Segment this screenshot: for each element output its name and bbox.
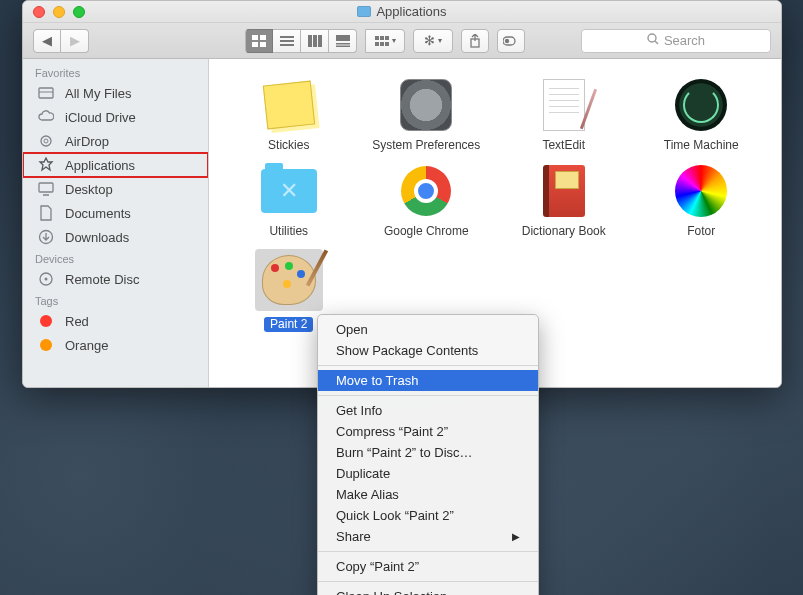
view-list-button[interactable] bbox=[273, 29, 301, 53]
menu-item-label: Quick Look “Paint 2” bbox=[336, 508, 454, 523]
view-icons-button[interactable] bbox=[245, 29, 273, 53]
svg-point-21 bbox=[505, 38, 509, 42]
sidebar-item-applications[interactable]: Applications bbox=[23, 153, 208, 177]
icloud-icon bbox=[37, 109, 55, 125]
menu-item-open[interactable]: Open bbox=[318, 319, 538, 340]
sidebar-section-header: Tags bbox=[23, 291, 208, 309]
sidebar-item-desktop[interactable]: Desktop bbox=[23, 177, 208, 201]
search-field[interactable]: Search bbox=[581, 29, 771, 53]
view-columns-button[interactable] bbox=[301, 29, 329, 53]
sidebar-item-downloads[interactable]: Downloads bbox=[23, 225, 208, 249]
icon-grid: StickiesSystem PreferencesTextEditTime M… bbox=[209, 59, 781, 340]
view-coverflow-button[interactable] bbox=[329, 29, 357, 53]
tags-button[interactable] bbox=[497, 29, 525, 53]
svg-rect-1 bbox=[260, 35, 266, 40]
svg-rect-24 bbox=[39, 88, 53, 98]
svg-rect-11 bbox=[336, 43, 350, 45]
menu-separator bbox=[318, 395, 538, 396]
sidebar-item-red[interactable]: Red bbox=[23, 309, 208, 333]
app-label: Utilities bbox=[269, 225, 308, 239]
svg-rect-3 bbox=[260, 42, 266, 47]
sidebar-item-remote-disc[interactable]: Remote Disc bbox=[23, 267, 208, 291]
app-google-chrome[interactable]: Google Chrome bbox=[361, 163, 493, 239]
menu-item-copy-paint-2[interactable]: Copy “Paint 2” bbox=[318, 556, 538, 577]
menu-item-duplicate[interactable]: Duplicate bbox=[318, 463, 538, 484]
back-button[interactable]: ◀ bbox=[33, 29, 61, 53]
svg-point-32 bbox=[45, 278, 48, 281]
all-my-files-icon bbox=[37, 85, 55, 101]
timemachine-icon bbox=[673, 77, 729, 133]
menu-item-label: Clean Up Selection bbox=[336, 589, 447, 595]
menu-item-clean-up-selection[interactable]: Clean Up Selection bbox=[318, 586, 538, 595]
sidebar-item-all-my-files[interactable]: All My Files bbox=[23, 81, 208, 105]
sidebar-item-label: Remote Disc bbox=[65, 272, 139, 287]
sidebar-item-orange[interactable]: Orange bbox=[23, 333, 208, 357]
menu-item-label: Move to Trash bbox=[336, 373, 418, 388]
menu-item-make-alias[interactable]: Make Alias bbox=[318, 484, 538, 505]
svg-rect-28 bbox=[39, 183, 53, 192]
svg-rect-15 bbox=[385, 36, 389, 40]
menu-item-quick-look-paint-2[interactable]: Quick Look “Paint 2” bbox=[318, 505, 538, 526]
svg-rect-18 bbox=[385, 42, 389, 46]
svg-rect-2 bbox=[252, 42, 258, 47]
menu-item-share[interactable]: Share▶ bbox=[318, 526, 538, 547]
arrange-button[interactable]: ▾ bbox=[365, 29, 405, 53]
sidebar-item-icloud-drive[interactable]: iCloud Drive bbox=[23, 105, 208, 129]
menu-item-label: Share bbox=[336, 529, 371, 544]
view-mode-segmented bbox=[245, 29, 357, 53]
app-label: Paint 2 bbox=[264, 317, 313, 333]
action-button[interactable]: ✻▾ bbox=[413, 29, 453, 53]
tag-icon bbox=[37, 313, 55, 329]
share-button[interactable] bbox=[461, 29, 489, 53]
app-label: Dictionary Book bbox=[522, 225, 606, 239]
app-stickies[interactable]: Stickies bbox=[223, 77, 355, 153]
sidebar-section-header: Favorites bbox=[23, 63, 208, 81]
svg-line-23 bbox=[655, 41, 658, 44]
menu-separator bbox=[318, 581, 538, 582]
menu-item-label: Copy “Paint 2” bbox=[336, 559, 419, 574]
titlebar[interactable]: Applications bbox=[23, 1, 781, 23]
svg-point-27 bbox=[44, 139, 48, 143]
app-dictionary-book[interactable]: Dictionary Book bbox=[498, 163, 630, 239]
app-label: Time Machine bbox=[664, 139, 739, 153]
svg-rect-13 bbox=[375, 36, 379, 40]
app-textedit[interactable]: TextEdit bbox=[498, 77, 630, 153]
app-label: System Preferences bbox=[372, 139, 480, 153]
svg-rect-8 bbox=[313, 35, 317, 47]
textedit-icon bbox=[536, 77, 592, 133]
menu-item-show-package-contents[interactable]: Show Package Contents bbox=[318, 340, 538, 361]
forward-button[interactable]: ▶ bbox=[61, 29, 89, 53]
app-utilities[interactable]: Utilities bbox=[223, 163, 355, 239]
airdrop-icon bbox=[37, 133, 55, 149]
app-time-machine[interactable]: Time Machine bbox=[636, 77, 768, 153]
window-title: Applications bbox=[23, 4, 781, 19]
svg-rect-12 bbox=[336, 45, 350, 47]
app-label: Google Chrome bbox=[384, 225, 469, 239]
sidebar: FavoritesAll My FilesiCloud DriveAirDrop… bbox=[23, 59, 209, 387]
menu-item-compress-paint-2[interactable]: Compress “Paint 2” bbox=[318, 421, 538, 442]
sidebar-item-airdrop[interactable]: AirDrop bbox=[23, 129, 208, 153]
sidebar-item-label: Desktop bbox=[65, 182, 113, 197]
menu-item-label: Show Package Contents bbox=[336, 343, 478, 358]
sidebar-item-documents[interactable]: Documents bbox=[23, 201, 208, 225]
remote-disc-icon bbox=[37, 271, 55, 287]
toolbar: ◀ ▶ ▾ ✻▾ bbox=[23, 23, 781, 59]
app-system-preferences[interactable]: System Preferences bbox=[361, 77, 493, 153]
menu-item-label: Get Info bbox=[336, 403, 382, 418]
nav-buttons: ◀ ▶ bbox=[33, 29, 89, 53]
window-title-text: Applications bbox=[376, 4, 446, 19]
menu-item-label: Make Alias bbox=[336, 487, 399, 502]
sidebar-item-label: Orange bbox=[65, 338, 108, 353]
sidebar-item-label: iCloud Drive bbox=[65, 110, 136, 125]
submenu-arrow-icon: ▶ bbox=[512, 531, 520, 542]
sidebar-item-label: All My Files bbox=[65, 86, 131, 101]
menu-item-move-to-trash[interactable]: Move to Trash bbox=[318, 370, 538, 391]
tag-icon bbox=[37, 337, 55, 353]
app-fotor[interactable]: Fotor bbox=[636, 163, 768, 239]
menu-item-burn-paint-2-to-disc[interactable]: Burn “Paint 2” to Disc… bbox=[318, 442, 538, 463]
menu-item-get-info[interactable]: Get Info bbox=[318, 400, 538, 421]
svg-rect-10 bbox=[336, 35, 350, 41]
svg-point-26 bbox=[41, 136, 51, 146]
svg-rect-0 bbox=[252, 35, 258, 40]
sidebar-section-header: Devices bbox=[23, 249, 208, 267]
